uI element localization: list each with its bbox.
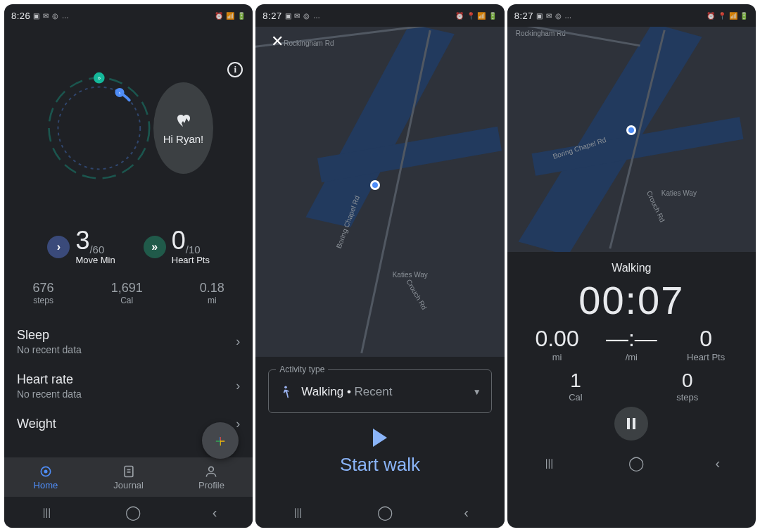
rings-svg: » › — [44, 44, 154, 213]
start-walk-button[interactable]: Start walk — [340, 429, 420, 484]
screen-active-workout: 8:27 ▣ ✉ ◎ … ⏰ 📍 📶 🔋 Rockingham Rd Borin… — [507, 4, 756, 528]
svg-point-8 — [44, 469, 47, 473]
notification-icons: ▣ ✉ ◎ … — [285, 12, 321, 20]
activity-ring-area: » › Hi Ryan! › 3/60 Move Min — [4, 32, 253, 305]
android-nav-bar: ⫼ ◯ ‹ — [507, 448, 756, 479]
screen-start-activity: 8:27 ▣ ✉ ◎ … ⏰ 📍 📶 🔋 ✕ Rockingham Rd Bor… — [255, 4, 504, 528]
steps-stat[interactable]: 676 steps — [33, 281, 54, 305]
journal-tab-icon — [122, 464, 136, 479]
pause-icon — [627, 418, 630, 429]
profile-tab-icon — [204, 464, 218, 479]
status-bar: 8:27 ▣ ✉ ◎ … ⏰ 📍 📶 🔋 — [255, 4, 504, 27]
recent-apps-button[interactable]: ⫼ — [291, 505, 305, 521]
system-icons: ⏰ 📶 🔋 — [215, 12, 246, 20]
heart-pts-icon: » — [144, 236, 166, 258]
system-icons: ⏰ 📍 📶 🔋 — [707, 12, 749, 20]
walk-icon — [279, 384, 293, 400]
calories-metric: 1 Cal — [520, 369, 632, 403]
android-nav-bar: ⫼ ◯ ‹ — [4, 497, 253, 528]
recent-apps-button[interactable]: ⫼ — [543, 455, 557, 471]
nav-profile-tab[interactable]: Profile — [170, 457, 253, 497]
home-tab-icon — [39, 464, 53, 479]
screen-home: 8:26 ▣ ✉ ◎ … ⏰ 📶 🔋 i » › — [4, 4, 253, 528]
activity-type-selector[interactable]: Activity type Walking • Recent ▼ — [268, 369, 491, 413]
recent-apps-button[interactable]: ⫼ — [40, 505, 54, 521]
chevron-right-icon: › — [236, 379, 240, 393]
elapsed-timer: 00:07 — [578, 277, 684, 323]
distance-metric: 0.00 mi — [520, 326, 595, 362]
pace-metric: —:— /mi — [594, 326, 669, 362]
back-button[interactable]: ‹ — [716, 455, 721, 471]
current-location-dot — [370, 180, 380, 190]
activity-picker-panel: Activity type Walking • Recent ▼ Start w… — [255, 357, 504, 497]
primary-metrics: 0.00 mi —:— /mi 0 Heart Pts — [507, 326, 756, 362]
road-label: Katies Way — [661, 189, 697, 197]
activity-title: Walking — [612, 262, 651, 274]
current-location-dot — [626, 125, 636, 135]
add-activity-fab[interactable]: ＋ — [202, 422, 239, 459]
move-min-value: 3 — [75, 226, 89, 255]
svg-point-0 — [49, 78, 149, 179]
steps-metric: 0 steps — [631, 369, 743, 403]
calories-stat[interactable]: 1,691 Cal — [111, 281, 143, 305]
daily-stats-row: 676 steps 1,691 Cal 0.18 mi — [4, 281, 253, 305]
notification-icons: ▣ ✉ ◎ … — [536, 12, 572, 20]
pause-button[interactable] — [614, 407, 648, 441]
heart-pts-metric: 0 Heart Pts — [669, 326, 743, 362]
greeting-text: Hi Ryan! — [163, 133, 204, 145]
home-button[interactable]: ◯ — [628, 455, 644, 471]
play-icon — [373, 429, 387, 447]
clock-time: 8:26 — [11, 11, 30, 21]
nav-home-tab[interactable]: Home — [4, 457, 87, 497]
home-button[interactable]: ◯ — [377, 504, 393, 521]
road-label: Rockingham Rd — [284, 39, 334, 47]
clock-time: 8:27 — [262, 11, 281, 21]
android-nav-bar: ⫼ ◯ ‹ — [255, 497, 504, 528]
chevron-right-icon: › — [236, 334, 240, 349]
heart-pts-label: Heart Pts — [172, 255, 210, 265]
distance-stat[interactable]: 0.18 mi — [200, 281, 224, 305]
secondary-metrics: 1 Cal 0 steps — [507, 369, 756, 403]
bottom-nav: Home Journal Profile — [4, 457, 253, 497]
svg-point-2 — [44, 73, 153, 182]
back-button[interactable]: ‹ — [464, 505, 469, 521]
move-min-goal[interactable]: › 3/60 Move Min — [47, 228, 115, 265]
road-label: Katies Way — [393, 271, 428, 279]
road-label: Crouch Rd — [405, 278, 428, 311]
ring-center: Hi Ryan! — [153, 82, 213, 174]
chevron-down-icon: ▼ — [473, 387, 481, 397]
activity-rings[interactable]: » › Hi Ryan! — [44, 44, 213, 213]
heart-icon — [174, 112, 192, 129]
map-view[interactable]: ✕ Rockingham Rd Boring Chapel Rd Katies … — [255, 27, 504, 357]
field-legend: Activity type — [276, 365, 328, 374]
notification-icons: ▣ ✉ ◎ … — [33, 12, 69, 20]
back-button[interactable]: ‹ — [213, 505, 217, 521]
goals-row: › 3/60 Move Min » 0/10 Heart Pts — [47, 228, 210, 265]
chevron-right-icon: › — [236, 417, 240, 431]
svg-text:»: » — [97, 75, 101, 82]
map-view[interactable]: Rockingham Rd Boring Chapel Rd Katies Wa… — [507, 27, 756, 252]
close-icon[interactable]: ✕ — [271, 32, 284, 51]
list-item-heart-rate[interactable]: Heart rate No recent data › — [4, 364, 253, 408]
system-icons: ⏰ 📍 📶 🔋 — [455, 12, 498, 20]
move-min-label: Move Min — [75, 255, 115, 265]
svg-point-13 — [284, 386, 287, 389]
svg-text:›: › — [118, 90, 120, 96]
clock-time: 8:27 — [514, 11, 533, 21]
heart-pts-goal[interactable]: » 0/10 Heart Pts — [144, 228, 210, 265]
home-button[interactable]: ◯ — [125, 504, 141, 521]
heart-pts-value: 0 — [172, 226, 186, 255]
svg-point-12 — [209, 467, 214, 471]
list-item-sleep[interactable]: Sleep No recent data › — [4, 319, 253, 364]
workout-panel: Walking 00:07 0.00 mi —:— /mi 0 Heart Pt… — [507, 252, 756, 448]
move-min-icon: › — [47, 236, 70, 258]
status-bar: 8:27 ▣ ✉ ◎ … ⏰ 📍 📶 🔋 — [507, 4, 756, 27]
plus-icon: ＋ — [212, 429, 229, 452]
status-bar: 8:26 ▣ ✉ ◎ … ⏰ 📶 🔋 — [4, 4, 253, 27]
nav-journal-tab[interactable]: Journal — [87, 457, 170, 497]
